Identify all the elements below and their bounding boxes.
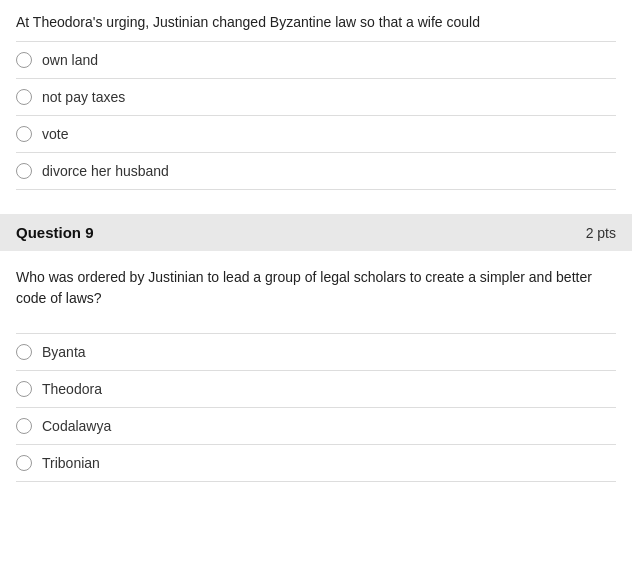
question-9-section: Who was ordered by Justinian to lead a g… bbox=[0, 251, 632, 482]
option-label: not pay taxes bbox=[42, 89, 125, 105]
radio-button[interactable] bbox=[16, 381, 32, 397]
option-label: Theodora bbox=[42, 381, 102, 397]
question-9-title: Question 9 bbox=[16, 224, 94, 241]
radio-button[interactable] bbox=[16, 418, 32, 434]
list-item[interactable]: divorce her husband bbox=[16, 153, 616, 190]
list-item[interactable]: vote bbox=[16, 116, 616, 153]
list-item[interactable]: Byanta bbox=[16, 333, 616, 371]
radio-button[interactable] bbox=[16, 163, 32, 179]
list-item[interactable]: Theodora bbox=[16, 371, 616, 408]
list-item[interactable]: own land bbox=[16, 41, 616, 79]
question-9-text: Who was ordered by Justinian to lead a g… bbox=[16, 267, 616, 309]
option-label: Codalawya bbox=[42, 418, 111, 434]
question-9-header: Question 9 2 pts bbox=[0, 214, 632, 251]
radio-button[interactable] bbox=[16, 455, 32, 471]
option-label: Tribonian bbox=[42, 455, 100, 471]
option-label: Byanta bbox=[42, 344, 86, 360]
list-item[interactable]: not pay taxes bbox=[16, 79, 616, 116]
option-label: own land bbox=[42, 52, 98, 68]
question-8-options: own landnot pay taxesvotedivorce her hus… bbox=[16, 41, 616, 190]
radio-button[interactable] bbox=[16, 89, 32, 105]
question-8-section: At Theodora's urging, Justinian changed … bbox=[0, 0, 632, 190]
question-8-text: At Theodora's urging, Justinian changed … bbox=[16, 12, 616, 33]
radio-button[interactable] bbox=[16, 344, 32, 360]
option-label: vote bbox=[42, 126, 68, 142]
list-item[interactable]: Tribonian bbox=[16, 445, 616, 482]
radio-button[interactable] bbox=[16, 52, 32, 68]
radio-button[interactable] bbox=[16, 126, 32, 142]
option-label: divorce her husband bbox=[42, 163, 169, 179]
question-9-options: ByantaTheodoraCodalawyaTribonian bbox=[16, 333, 616, 482]
question-9-pts: 2 pts bbox=[586, 225, 616, 241]
list-item[interactable]: Codalawya bbox=[16, 408, 616, 445]
